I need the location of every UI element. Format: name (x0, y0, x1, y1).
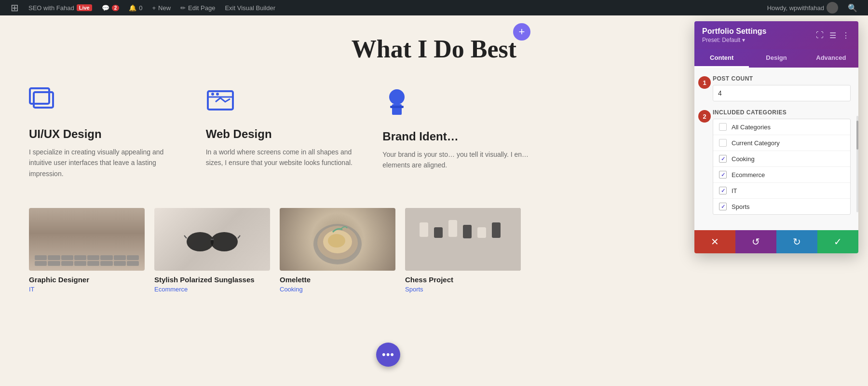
cat-option-sports[interactable]: Sports (713, 199, 850, 214)
svg-rect-21 (448, 220, 457, 237)
panel-body: 1 Post Count 2 Included Categories All C… (694, 68, 858, 230)
badge-2: 2 (698, 110, 711, 123)
portfolio-cat-2[interactable]: Cooking (280, 286, 395, 293)
cat-option-ecommerce[interactable]: Ecommerce (713, 167, 850, 183)
portfolio-item-3: Chess Project Sports (405, 208, 521, 293)
uiux-desc: I specialize in creating visually appeal… (29, 147, 187, 179)
new-label: New (158, 4, 171, 12)
undo-icon: ↺ (752, 236, 760, 248)
svg-rect-24 (492, 222, 501, 238)
svg-rect-23 (477, 227, 486, 238)
brand-title: Brand Ident… (382, 130, 540, 143)
panel-tabs: Content Design Advanced (694, 49, 858, 68)
cat-label-cooking: Cooking (732, 155, 755, 163)
portfolio-name-0: Graphic Designer (29, 276, 145, 284)
search-icon[interactable]: 🔍 (843, 3, 862, 13)
fab-button[interactable]: ••• (376, 343, 400, 367)
comment-icon: 💬 (102, 4, 109, 12)
portfolio-item-1: Stylish Polarized Sunglasses Ecommerce (154, 208, 270, 293)
badge-1: 1 (698, 76, 711, 89)
settings-panel: Portfolio Settings Preset: Default ▾ ⛶ ☰… (694, 21, 858, 253)
svg-rect-20 (434, 227, 443, 238)
web-icon (206, 87, 364, 120)
cat-label-it: IT (732, 187, 737, 194)
add-button[interactable]: + (513, 23, 530, 41)
svg-rect-8 (390, 106, 404, 108)
included-categories-section: 2 Included Categories All Categories Cur… (713, 109, 851, 215)
cat-check-all (719, 123, 727, 131)
edit-page-item[interactable]: ✏ Edit Page (176, 0, 220, 15)
redo-button[interactable]: ↻ (776, 230, 817, 253)
notifications-count: 0 (139, 4, 142, 12)
panel-scrollbar-thumb (856, 121, 858, 150)
comments-item[interactable]: 💬 2 (97, 0, 124, 15)
panel-preset[interactable]: Preset: Default ▾ (702, 37, 766, 43)
wp-logo-item[interactable]: ⊞ (6, 0, 24, 15)
portfolio-thumb-3 (405, 208, 521, 271)
portfolio-name-3: Chess Project (405, 276, 521, 284)
service-item-brand: Brand Ident… Your brand is your sto… you… (382, 87, 540, 179)
post-count-section: 1 Post Count (713, 75, 851, 101)
web-desc: In a world where screens come in all sha… (206, 147, 364, 168)
wp-logo-icon: ⊞ (11, 2, 19, 14)
svg-rect-18 (405, 208, 521, 271)
notifications-item[interactable]: 🔔 0 (124, 0, 147, 15)
portfolio-name-1: Stylish Polarized Sunglasses (154, 276, 270, 284)
svg-rect-22 (463, 225, 472, 238)
cat-option-cooking[interactable]: Cooking (713, 151, 850, 167)
user-greeting: Howdy, wpwithfahad (767, 4, 824, 12)
svg-line-13 (238, 235, 240, 238)
tab-advanced[interactable]: Advanced (804, 49, 858, 68)
cancel-button[interactable]: ✕ (694, 230, 735, 253)
panel-scrollbar (856, 116, 858, 212)
svg-line-12 (184, 235, 187, 238)
new-icon: + (152, 4, 156, 12)
tab-design[interactable]: Design (749, 49, 803, 68)
cat-option-it[interactable]: IT (713, 183, 850, 199)
site-name: SEO with Fahad (28, 4, 74, 12)
confirm-button[interactable]: ✓ (817, 230, 858, 253)
panel-header: Portfolio Settings Preset: Default ▾ ⛶ ☰… (694, 21, 858, 49)
portfolio-grid: Graphic Designer IT Stylish Polarized Su… (29, 208, 540, 293)
service-item-uiux: UI/UX Design I specialize in creating vi… (29, 87, 187, 179)
brand-icon (382, 87, 540, 122)
portfolio-cat-3[interactable]: Sports (405, 286, 521, 293)
categories-list: All Categories Current Category Cooking … (713, 119, 851, 215)
more-options-icon[interactable]: ⋮ (841, 30, 851, 41)
post-count-label: Post Count (713, 75, 851, 82)
tab-content[interactable]: Content (694, 49, 749, 68)
svg-point-10 (211, 232, 238, 251)
notification-icon: 🔔 (129, 4, 136, 12)
svg-point-6 (389, 89, 405, 105)
post-count-input[interactable] (713, 85, 851, 101)
svg-point-17 (328, 234, 345, 248)
confirm-icon: ✓ (834, 236, 842, 248)
admin-bar-right: Howdy, wpwithfahad 🔍 (762, 0, 862, 15)
cat-option-current[interactable]: Current Category (713, 135, 850, 151)
fab-dots-icon: ••• (382, 348, 394, 361)
portfolio-thumb-0 (29, 208, 145, 271)
cat-option-all[interactable]: All Categories (713, 119, 850, 135)
edit-icon: ✏ (180, 4, 186, 12)
panel-header-actions: ⛶ ☰ ⋮ (815, 30, 851, 41)
exit-builder-item[interactable]: Exit Visual Builder (220, 0, 280, 15)
cancel-icon: ✕ (711, 236, 719, 248)
cat-label-ecommerce: Ecommerce (732, 171, 765, 179)
fullscreen-icon[interactable]: ⛶ (815, 30, 825, 41)
undo-button[interactable]: ↺ (735, 230, 776, 253)
columns-icon[interactable]: ☰ (828, 30, 837, 41)
portfolio-cat-1[interactable]: Ecommerce (154, 286, 270, 293)
live-badge: Live (77, 4, 92, 11)
site-name-item[interactable]: SEO with Fahad Live (24, 0, 97, 15)
exit-builder-label: Exit Visual Builder (225, 4, 275, 12)
comments-count: 2 (112, 5, 120, 11)
avatar-icon (827, 2, 838, 14)
user-greeting-item[interactable]: Howdy, wpwithfahad (762, 0, 843, 15)
uiux-icon (29, 87, 187, 120)
portfolio-cat-0[interactable]: IT (29, 286, 145, 293)
portfolio-name-2: Omelette (280, 276, 395, 284)
portfolio-item-2: Omelette Cooking (280, 208, 395, 293)
brand-desc: Your brand is your sto… you tell it visu… (382, 149, 540, 171)
portfolio-item-0: Graphic Designer IT (29, 208, 145, 293)
new-item[interactable]: + New (147, 0, 176, 15)
